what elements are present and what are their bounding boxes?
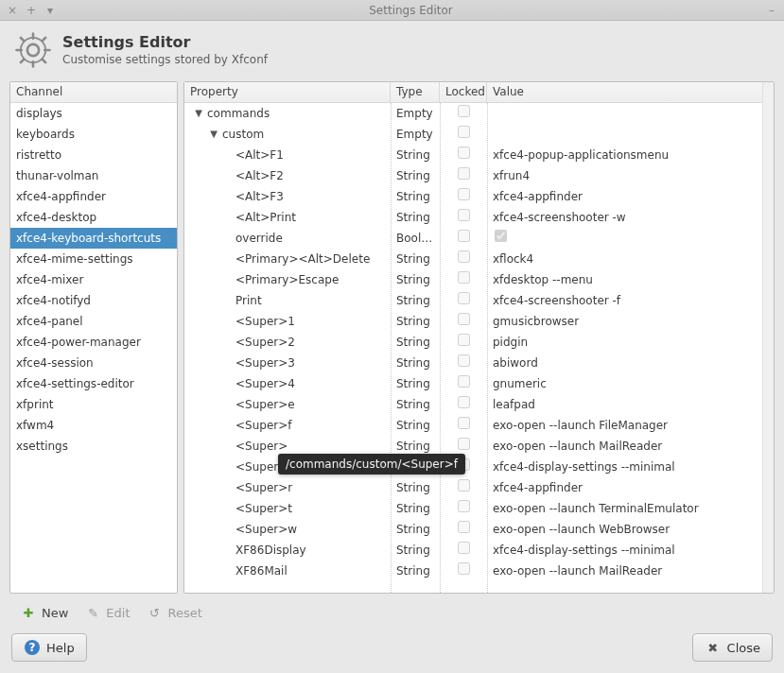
locked-checkbox xyxy=(458,230,470,242)
channel-item[interactable]: xfce4-notifyd xyxy=(10,290,177,311)
property-row[interactable]: <Super>2Stringpidgin xyxy=(184,332,762,353)
property-row[interactable]: <Alt>PrintStringxfce4-screenshooter -w xyxy=(184,207,762,228)
locked-cell xyxy=(440,145,487,165)
property-row[interactable]: <Alt>F2Stringxfrun4 xyxy=(184,165,762,186)
channel-item[interactable]: xfce4-power-manager xyxy=(10,332,177,353)
property-type: String xyxy=(391,165,440,186)
property-name: <Super>4 xyxy=(235,373,295,394)
help-label: Help xyxy=(46,641,75,655)
channel-item[interactable]: keyboards xyxy=(10,124,177,145)
channel-item[interactable]: xfwm4 xyxy=(10,415,177,436)
locked-cell xyxy=(440,373,487,394)
property-type: String xyxy=(391,269,440,290)
property-value: leafpad xyxy=(487,394,762,415)
new-button[interactable]: ✚ New xyxy=(21,605,68,620)
gear-icon xyxy=(13,30,53,70)
property-value: abiword xyxy=(487,353,762,373)
property-row[interactable]: XF86MailStringexo-open --launch MailRead… xyxy=(184,561,762,581)
locked-checkbox xyxy=(458,126,470,138)
window-close-button[interactable]: × xyxy=(6,0,19,21)
property-type: String xyxy=(391,332,440,353)
property-tree[interactable]: ▼commandsEmpty▼customEmpty<Alt>F1Stringx… xyxy=(184,103,762,593)
property-row[interactable]: ▼commandsEmpty xyxy=(184,103,762,124)
channel-header[interactable]: Channel xyxy=(10,82,177,102)
property-row[interactable]: <Primary><Alt>DeleteStringxflock4 xyxy=(184,249,762,269)
channel-item[interactable]: ristretto xyxy=(10,145,177,165)
channel-item[interactable]: xfce4-panel xyxy=(10,311,177,332)
property-value: gmusicbrowser xyxy=(487,311,762,332)
property-row[interactable]: <Super>Stringexo-open --launch MailReade… xyxy=(184,436,762,457)
property-row[interactable]: overrideBoolean xyxy=(184,228,762,249)
window-minimize-button[interactable]: – xyxy=(765,0,778,21)
header: Settings Editor Customise settings store… xyxy=(0,21,784,76)
col-value[interactable]: Value xyxy=(487,82,762,102)
col-property[interactable]: Property xyxy=(184,82,391,102)
property-type: String xyxy=(391,353,440,373)
locked-checkbox xyxy=(458,105,470,117)
channel-item[interactable]: xfce4-appfinder xyxy=(10,186,177,207)
locked-cell xyxy=(440,228,487,249)
titlebar: × + ▾ Settings Editor – xyxy=(0,0,784,21)
close-icon: ✖ xyxy=(705,639,722,656)
channel-item[interactable]: xfce4-mixer xyxy=(10,269,177,290)
locked-cell xyxy=(440,186,487,207)
property-row[interactable]: <Alt>F3Stringxfce4-appfinder xyxy=(184,186,762,207)
disclosure-triangle-icon[interactable]: ▼ xyxy=(209,124,218,145)
property-value: xfce4-screenshooter -w xyxy=(487,207,762,228)
window-new-button[interactable]: + xyxy=(25,0,38,21)
channel-item[interactable]: displays xyxy=(10,103,177,124)
header-title: Settings Editor xyxy=(62,34,268,51)
property-row[interactable]: <Super>wStringexo-open --launch WebBrows… xyxy=(184,519,762,540)
locked-cell xyxy=(440,519,487,540)
property-row[interactable]: <Super>fStringexo-open --launch FileMana… xyxy=(184,415,762,436)
locked-checkbox xyxy=(458,167,470,180)
property-name: <Alt>Print xyxy=(235,207,296,228)
property-row[interactable]: ▼customEmpty xyxy=(184,124,762,145)
channel-item[interactable]: xfce4-desktop xyxy=(10,207,177,228)
property-name: <Alt>F3 xyxy=(235,186,284,207)
property-row[interactable]: <Super>3Stringabiword xyxy=(184,353,762,373)
property-type: String xyxy=(391,373,440,394)
property-type: String xyxy=(391,498,440,519)
reset-label: Reset xyxy=(168,606,202,620)
property-name: <Super>t xyxy=(235,498,292,519)
property-row[interactable]: PrintStringxfce4-screenshooter -f xyxy=(184,290,762,311)
property-name: custom xyxy=(222,124,264,145)
channel-item[interactable]: xsettings xyxy=(10,436,177,457)
channel-item[interactable]: xfce4-mime-settings xyxy=(10,249,177,269)
property-row[interactable]: XF86DisplayStringxfce4-display-settings … xyxy=(184,540,762,561)
col-type[interactable]: Type xyxy=(391,82,440,102)
property-row[interactable]: <Super>1Stringgmusicbrowser xyxy=(184,311,762,332)
channel-item[interactable]: thunar-volman xyxy=(10,165,177,186)
locked-checkbox xyxy=(458,271,470,284)
property-type: String xyxy=(391,519,440,540)
property-name: <Super>1 xyxy=(235,311,295,332)
locked-checkbox xyxy=(458,313,470,325)
property-row[interactable]: <Super>tStringexo-open --launch Terminal… xyxy=(184,498,762,519)
channel-item[interactable]: xfprint xyxy=(10,394,177,415)
property-row[interactable]: <Super>rStringxfce4-appfinder xyxy=(184,477,762,498)
property-name: XF86Display xyxy=(235,540,306,561)
channel-item[interactable]: xfce4-session xyxy=(10,353,177,373)
property-row[interactable]: <Super>4Stringgnumeric xyxy=(184,373,762,394)
header-subtitle: Customise settings stored by Xfconf xyxy=(62,53,268,66)
locked-checkbox xyxy=(458,542,470,554)
scrollbar[interactable] xyxy=(762,82,774,593)
window-menu-button[interactable]: ▾ xyxy=(44,0,57,21)
locked-cell xyxy=(440,353,487,373)
help-button[interactable]: ? Help xyxy=(11,633,87,662)
close-button[interactable]: ✖ Close xyxy=(692,633,773,662)
property-row[interactable]: <Super>pStringxfce4-display-settings --m… xyxy=(184,457,762,477)
property-type: Boolean xyxy=(391,228,440,249)
col-locked[interactable]: Locked xyxy=(440,82,487,102)
property-name: <Super>2 xyxy=(235,332,295,353)
disclosure-triangle-icon[interactable]: ▼ xyxy=(194,103,203,124)
channel-item[interactable]: xfce4-keyboard-shortcuts xyxy=(10,228,177,249)
property-type: String xyxy=(391,540,440,561)
channel-list[interactable]: displayskeyboardsristrettothunar-volmanx… xyxy=(10,103,177,593)
property-row[interactable]: <Primary>EscapeStringxfdesktop --menu xyxy=(184,269,762,290)
channel-item[interactable]: xfce4-settings-editor xyxy=(10,373,177,394)
property-row[interactable]: <Alt>F1Stringxfce4-popup-applicationsmen… xyxy=(184,145,762,165)
locked-checkbox xyxy=(458,147,470,159)
property-row[interactable]: <Super>eStringleafpad xyxy=(184,394,762,415)
